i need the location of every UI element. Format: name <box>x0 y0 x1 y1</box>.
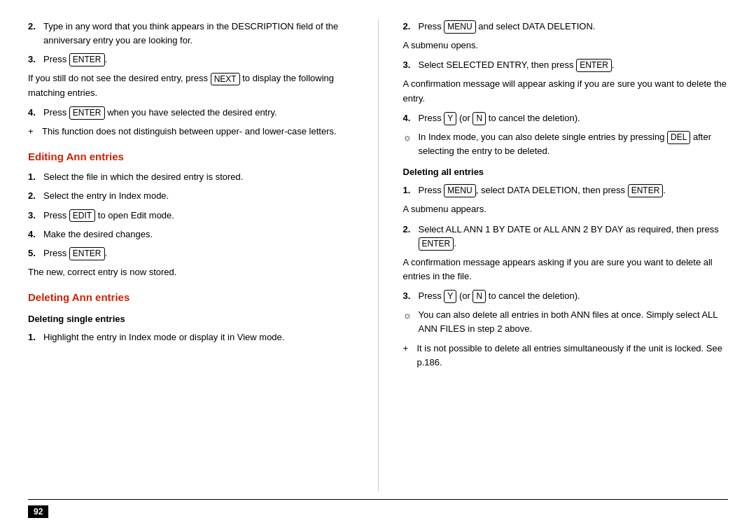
enter-key: ENTER <box>69 53 105 66</box>
item-number: 4. <box>403 111 416 125</box>
item-content: Press ENTER when you have selected the d… <box>43 106 354 120</box>
item-content: Select the entry in Index mode. <box>43 189 354 203</box>
enter-key: ENTER <box>69 106 105 120</box>
del-single-subheading: Deleting single entries <box>28 312 354 326</box>
enter-key: ENTER <box>419 237 454 251</box>
plus-symbol: + <box>28 125 38 139</box>
confirm-para: A confirmation message will appear askin… <box>403 77 729 105</box>
plus-text: It is not possible to delete all entries… <box>417 342 729 370</box>
page-number: 92 <box>28 505 48 518</box>
item-content: Select the file in which the desired ent… <box>43 170 354 184</box>
submenu-appears: A submenu appears. <box>403 202 729 216</box>
bulb-text: In Index mode, you can also delete singl… <box>419 130 729 158</box>
list-item: 2. Type in any word that you think appea… <box>28 20 354 48</box>
item-content: Press Y (or N to cancel the deletion). <box>419 111 729 125</box>
item-text: Press ENTER. <box>43 54 107 64</box>
item-content: Type in any word that you think appears … <box>43 20 354 48</box>
list-item: 3. Press Y (or N to cancel the deletion)… <box>403 289 729 303</box>
deleting-heading: Deleting Ann entries <box>28 289 354 305</box>
item-content: Press EDIT to open Edit mode. <box>43 209 354 223</box>
item-number: 2. <box>28 189 41 203</box>
menu-key: MENU <box>444 184 475 197</box>
editing-heading: Editing Ann entries <box>28 148 354 164</box>
page: 2. Type in any word that you think appea… <box>0 0 756 532</box>
list-item: 2. Select ALL ANN 1 BY DATE or ALL ANN 2… <box>403 223 729 251</box>
plus-text: This function does not distinguish betwe… <box>42 125 337 139</box>
list-item: 3. Press ENTER. <box>28 52 354 66</box>
item-content: Press MENU and select DATA DELETION. <box>419 20 729 34</box>
list-item: 1. Highlight the entry in Index mode or … <box>28 330 354 344</box>
column-divider <box>378 20 379 492</box>
item-number: 1. <box>403 183 416 197</box>
menu-key: MENU <box>444 20 475 34</box>
del-key: DEL <box>667 131 690 144</box>
enter-key: ENTER <box>576 59 612 72</box>
item-text: Type in any word that you think appears … <box>43 21 338 46</box>
item-number: 2. <box>28 20 41 48</box>
next-para: If you still do not see the desired entr… <box>28 71 354 99</box>
plus-symbol: + <box>403 342 413 370</box>
n-key: N <box>472 112 486 125</box>
bulb-item-2: ☼ You can also delete all entries in bot… <box>403 308 729 336</box>
item-content: Select ALL ANN 1 BY DATE or ALL ANN 2 BY… <box>419 223 729 251</box>
item-number: 2. <box>403 223 416 251</box>
submenu-para: A submenu opens. <box>403 38 729 52</box>
item-number: 3. <box>28 209 41 223</box>
item-content: Highlight the entry in Index mode or dis… <box>43 330 354 344</box>
list-item: 3. Select SELECTED ENTRY, then press ENT… <box>403 58 729 72</box>
item-number: 1. <box>28 330 41 344</box>
y-key: Y <box>444 290 456 303</box>
item-content: Press ENTER. <box>43 52 354 66</box>
item-number: 1. <box>28 170 41 184</box>
bulb-icon-2: ☼ <box>403 308 414 323</box>
list-item: 4. Press ENTER when you have selected th… <box>28 106 354 120</box>
list-item: 1. Select the file in which the desired … <box>28 170 354 184</box>
item-number: 3. <box>28 52 41 66</box>
list-item: 2. Select the entry in Index mode. <box>28 189 354 203</box>
confirm-all-para: A confirmation message appears asking if… <box>403 255 729 284</box>
bulb-item: ☼ In Index mode, you can also delete sin… <box>403 130 729 158</box>
left-column: 2. Type in any word that you think appea… <box>28 20 354 492</box>
plus-item: + This function does not distinguish bet… <box>28 125 354 139</box>
plus-item: + It is not possible to delete all entri… <box>403 342 729 370</box>
edit-footer: The new, correct entry is now stored. <box>28 265 354 279</box>
enter-key: ENTER <box>69 247 105 260</box>
list-item: 4. Press Y (or N to cancel the deletion)… <box>403 111 729 125</box>
list-item: 5. Press ENTER. <box>28 246 354 260</box>
item-number: 3. <box>403 289 416 303</box>
right-column: 2. Press MENU and select DATA DELETION. … <box>403 20 729 492</box>
y-key: Y <box>444 112 456 125</box>
bulb-text-2: You can also delete all entries in both … <box>419 308 729 336</box>
page-footer: 92 <box>28 499 728 518</box>
list-item: 1. Press MENU, select DATA DELETION, the… <box>403 183 729 197</box>
list-item: 4. Make the desired changes. <box>28 227 354 241</box>
del-all-subheading: Deleting all entries <box>403 165 729 179</box>
n-key: N <box>472 290 486 303</box>
list-item: 3. Press EDIT to open Edit mode. <box>28 209 354 223</box>
item-content: Select SELECTED ENTRY, then press ENTER. <box>419 58 729 72</box>
item-content: Make the desired changes. <box>43 227 354 241</box>
item-number: 2. <box>403 20 416 34</box>
next-key: NEXT <box>211 73 240 86</box>
item-content: Press MENU, select DATA DELETION, then p… <box>419 183 729 197</box>
item-number: 3. <box>403 58 416 72</box>
item-number: 4. <box>28 106 41 120</box>
item-content: Press Y (or N to cancel the deletion). <box>419 289 729 303</box>
enter-key: ENTER <box>628 184 664 197</box>
edit-key: EDIT <box>69 209 95 223</box>
item-content: Press ENTER. <box>43 246 354 260</box>
list-item: 2. Press MENU and select DATA DELETION. <box>403 20 729 34</box>
item-number: 4. <box>28 227 41 241</box>
item-number: 5. <box>28 246 41 260</box>
bulb-icon: ☼ <box>403 130 414 146</box>
